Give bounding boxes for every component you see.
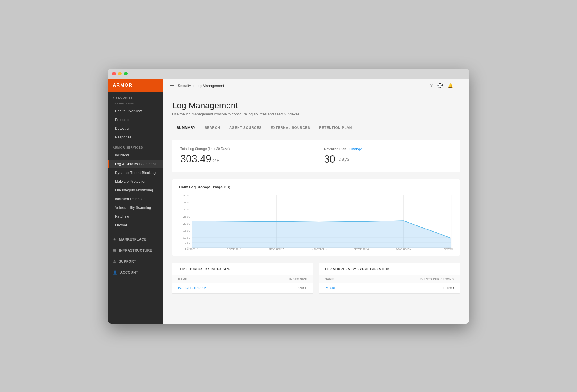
retention-stat: Retention Plan Change 30days [316, 140, 460, 172]
breadcrumb-current: Log Management [196, 84, 224, 88]
sidebar-item-account[interactable]: 👤 ACCOUNT [108, 267, 163, 278]
incidents-label: Incidents [115, 153, 130, 157]
chart-title: Daily Log Storage Usage(GB) [179, 185, 453, 189]
chart-container: 40.00 35.00 30.00 25.00 20.00 15.00 10.0… [179, 194, 453, 250]
index-col-value: INDEX SIZE [268, 278, 307, 281]
dynamic-threat-label: Dynamic Threat Blocking [115, 171, 156, 175]
breadcrumb-parent[interactable]: Security [178, 84, 191, 88]
stats-row: Total Log Storage (Last 30 Days) 303.49G… [172, 140, 460, 172]
malware-label: Malware Protection [115, 179, 146, 183]
maximize-button[interactable] [124, 72, 128, 75]
svg-text:November 1: November 1 [227, 248, 242, 250]
chart-svg: 40.00 35.00 30.00 25.00 20.00 15.00 10.0… [179, 194, 453, 250]
svg-text:November 5: November 5 [396, 248, 411, 250]
sidebar-item-detection[interactable]: Detection [108, 124, 163, 133]
sidebar-item-response[interactable]: Response [108, 133, 163, 142]
storage-stat: Total Log Storage (Last 30 Days) 303.49G… [172, 140, 316, 172]
retention-label-text: Retention Plan [324, 147, 346, 151]
page-content: Log Management Use the log management co… [163, 93, 469, 324]
tab-summary[interactable]: SUMMARY [172, 123, 200, 133]
support-icon: ◎ [113, 259, 116, 264]
sidebar-item-health-overview[interactable]: Health Overview [108, 107, 163, 115]
index-col-name: NAME [178, 278, 268, 281]
sidebar-item-incidents[interactable]: Incidents [108, 151, 163, 160]
svg-text:15.00: 15.00 [183, 229, 190, 232]
detection-label: Detection [115, 126, 130, 131]
events-row-0-name[interactable]: IMC-KB [325, 286, 415, 290]
svg-text:10.00: 10.00 [183, 236, 190, 239]
events-row-0-value: 0.1383 [414, 286, 454, 290]
breadcrumb: Security › Log Management [178, 84, 224, 88]
svg-text:November 6: November 6 [444, 248, 453, 250]
sidebar-item-malware[interactable]: Malware Protection [108, 177, 163, 186]
tab-agent-sources[interactable]: AGENT SOURCES [225, 123, 266, 133]
breadcrumb-separator: › [193, 84, 194, 88]
top-sources-index-card: TOP SOURCES BY INDEX SIZE NAME INDEX SIZ… [172, 263, 313, 294]
events-col-value: EVENTS PER SECOND [414, 278, 454, 281]
health-overview-label: Health Overview [115, 109, 142, 113]
sidebar-item-file-integrity[interactable]: File Integrity Monitoring [108, 186, 163, 194]
svg-text:October 31: October 31 [185, 248, 199, 250]
top-sources-index-header: NAME INDEX SIZE [172, 275, 313, 283]
sidebar-item-vulnerability[interactable]: Vulnerability Scanning [108, 203, 163, 212]
marketplace-icon: ★ [113, 238, 116, 242]
main-content: ☰ Security › Log Management ? 💬 🔔 ⋮ Log … [163, 79, 469, 324]
events-col-name: NAME [325, 278, 415, 281]
page-title: Log Management [172, 101, 460, 110]
sidebar-item-protection[interactable]: Protection [108, 115, 163, 124]
storage-unit: GB [212, 158, 220, 163]
armor-services-label: ARMOR SERVICES [108, 142, 163, 151]
tab-external-sources[interactable]: EXTERNAL SOURCES [266, 123, 315, 133]
file-integrity-label: File Integrity Monitoring [115, 188, 153, 192]
top-sources-events-card: TOP SOURCES BY EVENT INGESTION NAME EVEN… [319, 263, 460, 294]
protection-label: Protection [115, 118, 132, 122]
infrastructure-icon: ▦ [113, 248, 116, 253]
retention-number: 30 [324, 153, 335, 165]
vulnerability-label: Vulnerability Scanning [115, 205, 151, 210]
retention-label: Retention Plan Change [324, 147, 452, 151]
tables-row: TOP SOURCES BY INDEX SIZE NAME INDEX SIZ… [172, 263, 460, 294]
sidebar-item-dynamic-threat[interactable]: Dynamic Threat Blocking [108, 168, 163, 177]
index-row-0-name[interactable]: ip-10-200-101-112 [178, 286, 268, 290]
retention-change-link[interactable]: Change [349, 147, 362, 151]
table-row: IMC-KB 0.1383 [319, 283, 460, 293]
tabs: SUMMARY SEARCH AGENT SOURCES EXTERNAL SO… [172, 123, 460, 133]
help-icon[interactable]: ? [430, 83, 433, 88]
support-label: SUPPORT [119, 259, 136, 263]
close-button[interactable] [112, 72, 116, 75]
sidebar-item-infrastructure[interactable]: ▦ INFRASTRUCTURE [108, 245, 163, 256]
retention-unit: days [339, 156, 349, 162]
sidebar-item-support[interactable]: ◎ SUPPORT [108, 256, 163, 267]
menu-icon[interactable]: ☰ [170, 82, 174, 89]
minimize-button[interactable] [118, 72, 122, 75]
svg-text:25.00: 25.00 [183, 215, 190, 218]
tab-search[interactable]: SEARCH [200, 123, 225, 133]
response-label: Response [115, 135, 132, 139]
sidebar-section-security: ● SECURITY [108, 92, 163, 101]
svg-text:5.00: 5.00 [185, 241, 190, 244]
top-sources-events-header: NAME EVENTS PER SECOND [319, 275, 460, 283]
topbar: ☰ Security › Log Management ? 💬 🔔 ⋮ [163, 79, 469, 93]
patching-label: Patching [115, 214, 129, 218]
firewall-label: Firewall [115, 223, 128, 227]
tab-retention-plan[interactable]: RETENTION PLAN [315, 123, 357, 133]
sidebar-item-log-data[interactable]: Log & Data Management [108, 160, 163, 168]
page-description: Use the log management console to config… [172, 112, 460, 116]
sidebar-item-firewall[interactable]: Firewall [108, 221, 163, 229]
sidebar-logo: ARMOR [108, 79, 163, 92]
svg-text:30.00: 30.00 [183, 208, 190, 211]
infrastructure-label: INFRASTRUCTURE [119, 248, 152, 252]
sidebar-item-marketplace[interactable]: ★ MARKETPLACE [108, 234, 163, 245]
chat-icon[interactable]: 💬 [437, 83, 443, 88]
sidebar: ARMOR ● SECURITY DASHBOARDS Health Overv… [108, 79, 163, 324]
logo-text: ARMOR [113, 83, 132, 88]
index-row-0-value: 993 B [268, 286, 307, 290]
svg-marker-25 [192, 221, 451, 248]
account-label: ACCOUNT [120, 270, 138, 274]
svg-text:40.00: 40.00 [183, 194, 190, 197]
more-icon[interactable]: ⋮ [458, 83, 462, 88]
sidebar-item-intrusion[interactable]: Intrusion Detection [108, 194, 163, 203]
table-row: ip-10-200-101-112 993 B [172, 283, 313, 293]
sidebar-item-patching[interactable]: Patching [108, 212, 163, 221]
notifications-icon[interactable]: 🔔 [447, 83, 453, 88]
